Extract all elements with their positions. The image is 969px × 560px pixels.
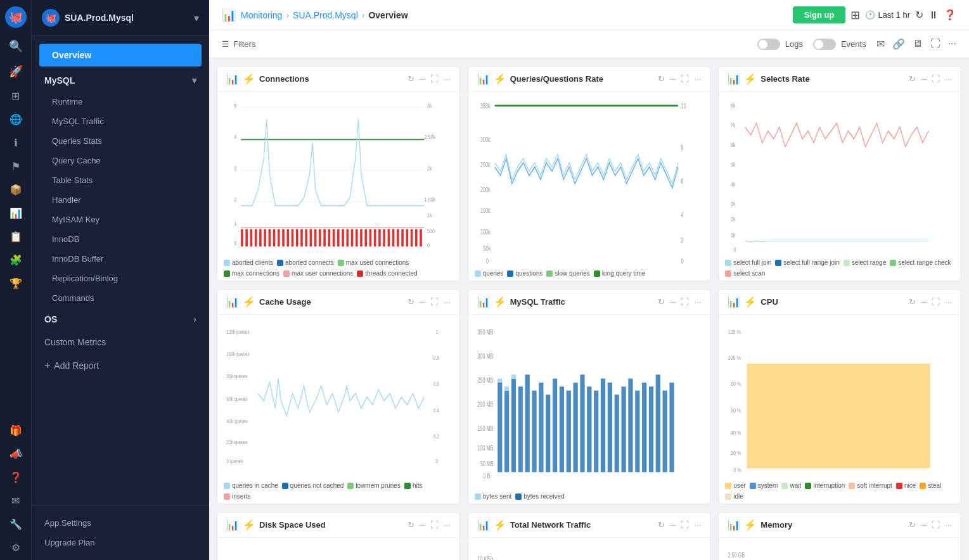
fullscreen-s-icon[interactable]: ⛶ (932, 74, 940, 84)
refresh-n-icon[interactable]: ↻ (658, 520, 665, 530)
puzzle-icon[interactable]: 🧩 (10, 254, 22, 266)
svg-text:7k: 7k (731, 121, 736, 128)
sidebar-section-mysql[interactable]: MySQL ▾ (32, 69, 209, 92)
legend-cpu-system: system (750, 482, 778, 489)
sidebar-item-runtime[interactable]: Runtime (32, 92, 209, 111)
sidebar-item-replication[interactable]: Replication/Binlog (32, 269, 209, 288)
fullscreen-d-icon[interactable]: ⛶ (430, 520, 439, 530)
globe-icon[interactable]: 🌐 (10, 113, 22, 125)
sidebar-item-custom-metrics[interactable]: Custom Metrics (32, 331, 209, 353)
megaphone-icon[interactable]: 📣 (10, 448, 22, 460)
refresh-cpu-icon[interactable]: ↻ (909, 297, 916, 307)
refresh-q-icon[interactable]: ↻ (658, 74, 665, 84)
expand-icon[interactable]: ⛶ (930, 38, 940, 50)
more-cpu-icon[interactable]: ··· (945, 297, 952, 307)
link-icon[interactable]: 🔗 (892, 38, 905, 50)
tools-icon[interactable]: 🔧 (10, 518, 22, 530)
gift-icon[interactable]: 🎁 (10, 424, 22, 436)
sidebar-item-mysql-traffic[interactable]: MySQL Traffic (32, 111, 209, 131)
sidebar-add-report[interactable]: + Add Report (32, 353, 209, 378)
signup-button[interactable]: Sign up (793, 6, 846, 23)
refresh-mt-icon[interactable]: ↻ (658, 297, 665, 307)
svg-rect-130 (553, 379, 557, 473)
breadcrumb-prod-mysql[interactable]: SUA.Prod.Mysql (293, 10, 358, 20)
refresh-m-icon[interactable]: ↻ (909, 520, 916, 530)
fullscreen-mt-icon[interactable]: ⛶ (681, 297, 689, 307)
info-icon[interactable]: ℹ (14, 137, 18, 149)
breadcrumb-monitoring[interactable]: Monitoring (241, 10, 282, 20)
minimize-mt-icon[interactable]: ─ (670, 297, 676, 307)
refresh-c-icon[interactable]: ↻ (407, 297, 414, 307)
flag-icon[interactable]: ⚑ (11, 160, 20, 172)
sidebar-item-innodb-buffer[interactable]: InnoDB Buffer (32, 249, 209, 269)
display-icon[interactable]: 🖥 (913, 38, 923, 50)
sidebar-item-overview[interactable]: Overview (39, 44, 202, 67)
time-range[interactable]: 🕐 Last 1 hr (865, 10, 910, 20)
fullscreen-n-icon[interactable]: ⛶ (681, 520, 689, 530)
more-chart-icon[interactable]: ··· (444, 74, 451, 84)
trophy-icon[interactable]: 🏆 (10, 277, 22, 290)
fullscreen-chart-icon[interactable]: ⛶ (430, 74, 439, 84)
more-s-icon[interactable]: ··· (945, 74, 952, 84)
help-topbar-icon[interactable]: ❓ (944, 9, 956, 21)
events-toggle[interactable] (813, 39, 836, 50)
more-c-icon[interactable]: ··· (444, 297, 451, 307)
chart-memory: 📊 ⚡ Memory ↻ ─ ⛶ ··· 2.50 GB 2 GB 1.50 G… (718, 512, 961, 560)
apps-grid-icon[interactable]: ⊞ (850, 8, 860, 22)
sidebar-header[interactable]: 🐙 SUA.Prod.Mysql ▾ (32, 0, 209, 36)
mail-icon[interactable]: ✉ (11, 495, 20, 507)
minimize-q-icon[interactable]: ─ (670, 74, 676, 84)
more-q-icon[interactable]: ··· (694, 74, 701, 84)
minimize-c-icon[interactable]: ─ (420, 297, 425, 307)
fullscreen-cpu-icon[interactable]: ⛶ (932, 297, 940, 307)
minimize-m-icon[interactable]: ─ (921, 520, 927, 530)
svg-rect-36 (323, 229, 326, 246)
report-icon[interactable]: 📋 (10, 231, 22, 243)
dashboard-icon[interactable]: 📊 (10, 207, 22, 219)
sidebar-item-myisam-key[interactable]: MyISAM Key (32, 210, 209, 229)
sidebar-section-os[interactable]: OS › (32, 308, 209, 331)
sidebar-item-handler[interactable]: Handler (32, 190, 209, 210)
svg-text:50k: 50k (483, 245, 491, 253)
grid-icon[interactable]: ⊞ (11, 90, 20, 102)
minimize-d-icon[interactable]: ─ (420, 520, 425, 530)
minimize-cpu-icon[interactable]: ─ (921, 297, 927, 307)
more-icon[interactable]: ··· (948, 38, 956, 50)
refresh-icon[interactable]: ↻ (915, 9, 923, 21)
refresh-d-icon[interactable]: ↻ (407, 520, 414, 530)
pause-icon[interactable]: ⏸ (928, 10, 939, 21)
chart-queries-title: Queries/Questions Rate (510, 74, 655, 84)
svg-text:0: 0 (681, 258, 683, 264)
sidebar-item-innodb[interactable]: InnoDB (32, 229, 209, 249)
minimize-s-icon[interactable]: ─ (921, 74, 927, 84)
rocket-icon[interactable]: 🚀 (9, 65, 23, 79)
fullscreen-c-icon[interactable]: ⛶ (430, 297, 439, 307)
more-n-icon[interactable]: ··· (694, 520, 701, 530)
minimize-n-icon[interactable]: ─ (670, 520, 676, 530)
sidebar-upgrade-plan[interactable]: Upgrade Plan (32, 533, 209, 552)
svg-rect-44 (360, 229, 363, 246)
fullscreen-m-icon[interactable]: ⛶ (932, 520, 940, 530)
email-icon[interactable]: ✉ (876, 38, 885, 50)
fullscreen-q-icon[interactable]: ⛶ (681, 74, 689, 84)
refresh-s-icon[interactable]: ↻ (909, 74, 916, 84)
filter-button[interactable]: ☰ Filters (222, 39, 255, 49)
settings-icon[interactable]: ⚙ (11, 542, 20, 554)
refresh-chart-icon[interactable]: ↻ (407, 74, 414, 84)
box-icon[interactable]: 📦 (10, 184, 22, 196)
sidebar-item-commands[interactable]: Commands (32, 288, 209, 308)
sidebar-item-query-cache[interactable]: Query Cache (32, 151, 209, 170)
more-m-icon[interactable]: ··· (945, 520, 952, 530)
sidebar-item-queries-stats[interactable]: Queries Stats (32, 131, 209, 151)
svg-text:40 %: 40 % (731, 429, 741, 436)
logs-toggle[interactable] (757, 39, 780, 50)
minimize-chart-icon[interactable]: ─ (420, 74, 425, 84)
more-d-icon[interactable]: ··· (444, 520, 451, 530)
svg-text:4:00 am: 4:00 am (835, 474, 850, 476)
legend-select-full-range-join: select full range join (775, 259, 839, 266)
sidebar-app-settings[interactable]: App Settings (32, 513, 209, 533)
help-icon[interactable]: ❓ (10, 471, 22, 483)
more-mt-icon[interactable]: ··· (694, 297, 701, 307)
search-icon[interactable]: 🔍 (9, 39, 23, 53)
sidebar-item-table-stats[interactable]: Table Stats (32, 170, 209, 190)
